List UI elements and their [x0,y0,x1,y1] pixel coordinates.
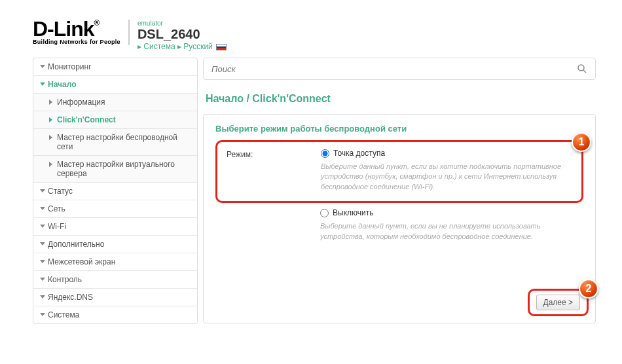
sidebar-item-info[interactable]: Информация [33,94,197,111]
radio-access-point-input[interactable] [321,149,329,158]
header-breadcrumb: ▸ Система ▸ Русский [137,42,227,51]
panel-title: Выберите режим работы беспроводной сети [215,124,583,134]
panel: Выберите режим работы беспроводной сети … [203,114,596,323]
sidebar-item-network[interactable]: Сеть [33,200,197,218]
option1-hint: Выберите данный пункт, если вы хотите по… [321,162,572,192]
arrow-icon: ▸ [177,42,181,51]
sidebar-item-clicknconnect[interactable]: Click'n'Connect [33,111,197,129]
crumb-system[interactable]: Система [143,42,175,51]
radio-disable-input[interactable] [320,209,329,217]
next-button[interactable]: Далее > [536,295,581,310]
sidebar-item-control[interactable]: Контроль [33,271,197,289]
search-box[interactable] [203,58,596,80]
sidebar-item-start[interactable]: Начало [33,76,197,94]
brand-tagline: Building Networks for People [33,39,120,45]
radio-access-point-label: Точка доступа [333,149,385,158]
page-breadcrumb: Начало / Click'n'Connect [203,88,596,114]
highlighted-section-2: 2 Далее > [528,289,589,316]
sidebar-item-wifi[interactable]: Wi-Fi [33,218,197,236]
radio-access-point[interactable]: Точка доступа [321,149,572,158]
search-input[interactable] [211,64,577,74]
sidebar-item-monitoring[interactable]: Мониторинг [33,58,197,76]
option-disable-block: Выключить Выберите данный пункт, если вы… [215,208,583,242]
main-content: Начало / Click'n'Connect Выберите режим … [203,58,596,324]
radio-disable[interactable]: Выключить [320,208,583,217]
svg-line-1 [583,70,586,73]
arrow-icon: ▸ [137,42,141,51]
header: D-Link® Building Networks for People emu… [0,0,622,58]
brand-text: D-Link® [33,20,99,39]
radio-disable-label: Выключить [333,208,373,217]
sidebar-item-status[interactable]: Статус [33,183,197,200]
sidebar-item-system[interactable]: Система [33,306,197,323]
model-block: emulator DSL_2640 ▸ Система ▸ Русский [130,20,227,51]
sidebar-item-virtual-server-wizard[interactable]: Мастер настройки виртуального сервера [33,156,197,183]
sidebar-item-advanced[interactable]: Дополнительно [33,236,197,253]
logo: D-Link® Building Networks for People [33,20,130,45]
sidebar: Мониторинг Начало Информация Click'n'Con… [33,58,198,324]
sidebar-item-yandex-dns[interactable]: Яндекс.DNS [33,289,197,306]
sidebar-item-firewall[interactable]: Межсетевой экран [33,253,197,271]
sidebar-item-wireless-wizard[interactable]: Мастер настройки беспроводной сети [33,129,197,156]
emulator-label: emulator [137,20,227,27]
annotation-badge-2: 2 [579,279,598,299]
flag-ru-icon [216,44,227,50]
highlighted-section-1: 1 Режим: Точка доступа Выберите данный п… [215,140,583,203]
option2-hint: Выберите данный пункт, если вы не планир… [320,221,583,242]
annotation-badge-1: 1 [572,132,591,152]
svg-point-0 [578,65,584,71]
model-name: DSL_2640 [137,27,227,42]
search-icon[interactable] [577,64,587,74]
crumb-lang[interactable]: Русский [183,42,213,51]
mode-label: Режим: [227,149,314,159]
